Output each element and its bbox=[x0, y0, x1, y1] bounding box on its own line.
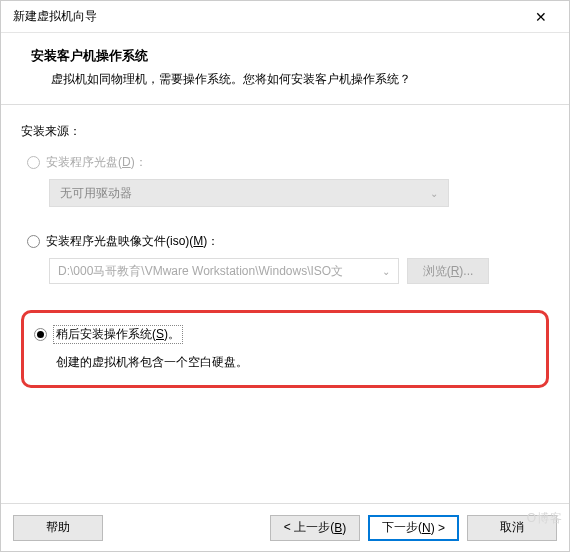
radio-iso[interactable] bbox=[27, 235, 40, 248]
help-button[interactable]: 帮助 bbox=[13, 515, 103, 541]
window-title: 新建虚拟机向导 bbox=[13, 8, 97, 25]
disc-dropdown: 无可用驱动器 ⌄ bbox=[49, 179, 449, 207]
browse-button: 浏览(R)... bbox=[407, 258, 489, 284]
page-subtitle: 虚拟机如同物理机，需要操作系统。您将如何安装客户机操作系统？ bbox=[31, 71, 539, 88]
content-area: 安装来源： 安装程序光盘(D)： 无可用驱动器 ⌄ 安装程序光盘映像文件(iso… bbox=[1, 105, 569, 398]
source-label: 安装来源： bbox=[21, 123, 549, 140]
disc-dropdown-text: 无可用驱动器 bbox=[60, 185, 132, 202]
option-iso-group: 安装程序光盘映像文件(iso)(M)： D:\000马哥教育\VMware Wo… bbox=[27, 233, 549, 284]
chevron-down-icon: ⌄ bbox=[430, 188, 438, 199]
radio-disc-label: 安装程序光盘(D)： bbox=[46, 154, 147, 171]
radio-later[interactable] bbox=[34, 328, 47, 341]
close-icon[interactable]: ✕ bbox=[525, 1, 557, 33]
later-description: 创建的虚拟机将包含一个空白硬盘。 bbox=[56, 354, 532, 371]
iso-path-input: D:\000马哥教育\VMware Workstation\Windows\IS… bbox=[49, 258, 399, 284]
wizard-header: 安装客户机操作系统 虚拟机如同物理机，需要操作系统。您将如何安装客户机操作系统？ bbox=[1, 33, 569, 105]
option-later-highlight: 稍后安装操作系统(S)。 创建的虚拟机将包含一个空白硬盘。 bbox=[21, 310, 549, 388]
footer: 帮助 < 上一步(B) 下一步(N) > 取消 bbox=[1, 503, 569, 551]
back-button[interactable]: < 上一步(B) bbox=[270, 515, 360, 541]
radio-disc bbox=[27, 156, 40, 169]
page-title: 安装客户机操作系统 bbox=[31, 47, 539, 65]
watermark: O博客 bbox=[527, 510, 563, 527]
radio-iso-label[interactable]: 安装程序光盘映像文件(iso)(M)： bbox=[46, 233, 219, 250]
next-button[interactable]: 下一步(N) > bbox=[368, 515, 459, 541]
radio-later-label[interactable]: 稍后安装操作系统(S)。 bbox=[53, 325, 183, 344]
chevron-down-icon: ⌄ bbox=[382, 266, 390, 277]
iso-path-text: D:\000马哥教育\VMware Workstation\Windows\IS… bbox=[58, 263, 343, 280]
titlebar: 新建虚拟机向导 ✕ bbox=[1, 1, 569, 33]
option-disc-group: 安装程序光盘(D)： 无可用驱动器 ⌄ bbox=[27, 154, 549, 207]
